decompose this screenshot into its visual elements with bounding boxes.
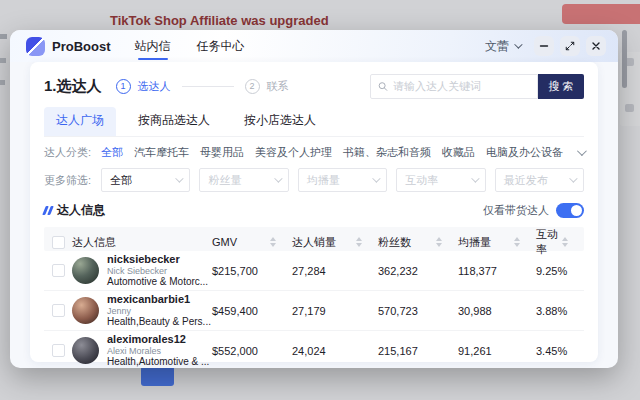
wizard-stepper: 1 选达人 2 联系 [116, 79, 289, 94]
seller-only-toggle-group: 仅看带货达人 [483, 203, 584, 218]
seller-only-toggle[interactable] [556, 203, 584, 218]
category-filter-label: 达人分类: [44, 145, 91, 160]
tab-by-shop[interactable]: 按小店选达人 [232, 107, 328, 136]
double-slash-icon [44, 206, 52, 215]
creator-category: Health,Beauty & Pers... [107, 316, 211, 328]
cell-engagement: 3.88% [536, 305, 584, 317]
cell-gmv: $552,000 [212, 345, 292, 357]
search-button[interactable]: 搜索 [538, 74, 584, 99]
creators-table: 达人信息 GMV 达人销量 粉丝数 均播量 互动率 nicksiebecker [44, 227, 584, 368]
tab-by-product[interactable]: 按商品选达人 [126, 107, 222, 136]
category-item[interactable]: 电脑及办公设备 [486, 145, 563, 160]
creator-username: aleximorales12 [107, 333, 209, 346]
cell-engagement: 9.25% [536, 265, 584, 277]
expand-categories-chevron-icon[interactable] [577, 146, 587, 156]
select-followers-filter[interactable]: 粉丝量 [199, 168, 288, 192]
cell-gmv: $459,400 [212, 305, 292, 317]
chevron-down-icon [372, 174, 380, 182]
search-area: 搜索 [370, 74, 584, 99]
proboost-logo-icon [26, 37, 45, 56]
search-icon [378, 81, 388, 92]
close-button[interactable] [586, 36, 606, 56]
chevron-down-icon [274, 174, 282, 182]
tab-creator-marketplace[interactable]: 达人广场 [44, 107, 116, 136]
select-avg-views-filter[interactable]: 均播量 [298, 168, 387, 192]
select-all-checkbox[interactable] [52, 236, 65, 249]
select-placeholder: 粉丝量 [208, 173, 241, 188]
creator-info: aleximorales12 Alexi Morales Health,Auto… [107, 333, 209, 367]
user-menu[interactable]: 文蕾 [485, 38, 520, 55]
select-placeholder: 最近发布 [504, 173, 548, 188]
modal-body: 1.选达人 1 选达人 2 联系 搜索 达人广场 [10, 62, 618, 362]
row-checkbox[interactable] [52, 264, 65, 277]
close-icon [591, 41, 601, 51]
table-body: nicksiebecker Nick Siebecker Automotive … [44, 251, 584, 368]
category-item[interactable]: 收藏品 [442, 145, 475, 160]
table-header-row: 达人信息 GMV 达人销量 粉丝数 均播量 互动率 [44, 227, 584, 251]
select-engagement-filter[interactable]: 互动率 [396, 168, 485, 192]
proboost-modal: ProBoost 站内信 任务中心 文蕾 1.选达人 [10, 30, 618, 368]
chevron-down-icon [176, 174, 184, 182]
search-input[interactable] [393, 80, 530, 92]
cell-sales: 27,179 [292, 305, 378, 317]
table-row[interactable]: mexicanbarbie1 Jenny Health,Beauty & Per… [44, 291, 584, 331]
header-creator-info: 达人信息 [72, 235, 212, 250]
header-nav: 站内信 任务中心 [135, 30, 245, 62]
sort-icon[interactable] [562, 237, 568, 247]
category-item[interactable]: 美容及个人护理 [255, 145, 332, 160]
select-recent-post-filter[interactable]: 最近发布 [495, 168, 584, 192]
select-all-filter[interactable]: 全部 [101, 168, 190, 192]
category-item[interactable]: 全部 [101, 145, 123, 160]
maximize-icon [565, 41, 575, 51]
filter-selects: 全部 粉丝量 均播量 互动率 [101, 168, 584, 192]
page-title: 1.选达人 [44, 77, 102, 96]
cell-sales: 24,024 [292, 345, 378, 357]
more-filters-label: 更多筛选: [44, 173, 91, 188]
category-item[interactable]: 汽车摩托车 [134, 145, 189, 160]
step-2-label: 联系 [267, 79, 289, 94]
header-engagement: 互动率 [536, 227, 584, 257]
creator-username: nicksiebecker [107, 253, 208, 266]
sort-icon[interactable] [356, 237, 362, 247]
creator-name: Alexi Morales [107, 346, 209, 356]
toggle-knob [571, 205, 582, 216]
sort-icon[interactable] [270, 237, 276, 247]
sort-icon[interactable] [514, 237, 520, 247]
creator-cell: aleximorales12 Alexi Morales Health,Auto… [72, 333, 212, 367]
nav-tab-messages[interactable]: 站内信 [135, 30, 171, 62]
row-checkbox[interactable] [52, 304, 65, 317]
creator-name: Jenny [107, 306, 211, 316]
select-creators-card: 1.选达人 1 选达人 2 联系 搜索 达人广场 [30, 62, 598, 362]
minimize-icon [539, 41, 549, 51]
creator-cell: nicksiebecker Nick Siebecker Automotive … [72, 253, 212, 287]
avatar [72, 257, 99, 284]
category-item[interactable]: 母婴用品 [200, 145, 244, 160]
header-gmv: GMV [212, 236, 292, 248]
cell-engagement: 3.45% [536, 345, 584, 357]
cell-sales: 27,284 [292, 265, 378, 277]
creator-info-section-header: 达人信息 仅看带货达人 [44, 202, 584, 219]
cell-followers: 362,232 [378, 265, 458, 277]
step-1-circle: 1 [116, 79, 131, 94]
window-controls [534, 36, 606, 56]
avatar [72, 297, 99, 324]
creator-username: mexicanbarbie1 [107, 293, 211, 306]
cell-avg-views: 30,988 [458, 305, 536, 317]
chevron-down-icon [471, 174, 479, 182]
chevron-down-icon [514, 40, 522, 48]
creator-cell: mexicanbarbie1 Jenny Health,Beauty & Per… [72, 293, 212, 327]
row-checkbox[interactable] [52, 344, 65, 357]
cell-gmv: $215,700 [212, 265, 292, 277]
cell-avg-views: 118,377 [458, 265, 536, 277]
source-tabs: 达人广场 按商品选达人 按小店选达人 [44, 107, 584, 137]
table-row[interactable]: aleximorales12 Alexi Morales Health,Auto… [44, 331, 584, 368]
category-filter-row: 达人分类: 全部 汽车摩托车 母婴用品 美容及个人护理 书籍、杂志和音频 收藏品… [44, 145, 584, 160]
sort-icon[interactable] [436, 237, 442, 247]
cell-avg-views: 91,261 [458, 345, 536, 357]
user-name: 文蕾 [485, 38, 509, 55]
maximize-button[interactable] [560, 36, 580, 56]
nav-tab-task-center[interactable]: 任务中心 [197, 30, 245, 62]
minimize-button[interactable] [534, 36, 554, 56]
table-row[interactable]: nicksiebecker Nick Siebecker Automotive … [44, 251, 584, 291]
category-item[interactable]: 书籍、杂志和音频 [343, 145, 431, 160]
